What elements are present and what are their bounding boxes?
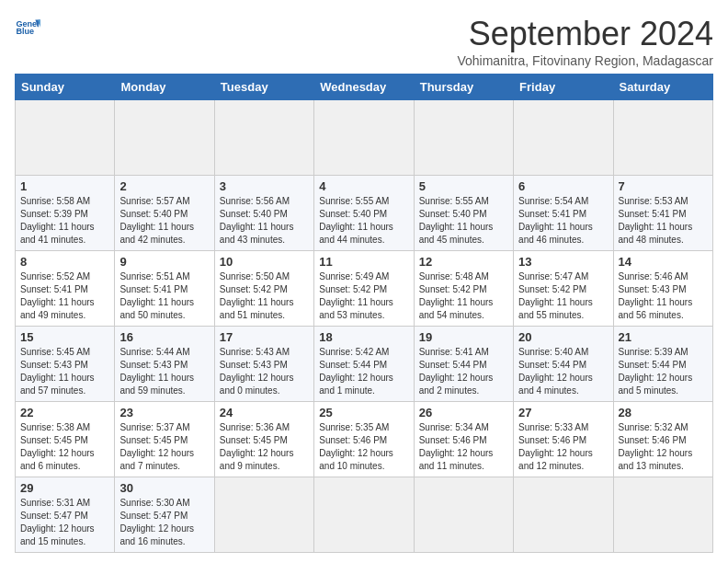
weekday-header-row: SundayMondayTuesdayWednesdayThursdayFrid… (16, 75, 713, 100)
calendar-week-3: 8Sunrise: 5:52 AMSunset: 5:41 PMDaylight… (16, 251, 713, 327)
day-number: 30 (119, 481, 209, 495)
calendar-cell (414, 477, 513, 553)
day-info: Sunrise: 5:58 AMSunset: 5:39 PMDaylight:… (20, 195, 109, 247)
day-number: 15 (20, 330, 109, 344)
calendar-cell: 27Sunrise: 5:33 AMSunset: 5:46 PMDayligh… (514, 402, 613, 477)
day-info: Sunrise: 5:38 AMSunset: 5:45 PMDaylight:… (20, 421, 109, 473)
calendar-cell: 23Sunrise: 5:37 AMSunset: 5:45 PMDayligh… (115, 402, 214, 477)
day-number: 8 (20, 255, 109, 269)
weekday-header-sunday: Sunday (16, 75, 115, 100)
day-info: Sunrise: 5:57 AMSunset: 5:40 PMDaylight:… (119, 195, 209, 247)
calendar-cell: 30Sunrise: 5:30 AMSunset: 5:47 PMDayligh… (115, 477, 214, 553)
calendar-week-6: 29Sunrise: 5:31 AMSunset: 5:47 PMDayligh… (16, 477, 713, 553)
calendar-cell: 22Sunrise: 5:38 AMSunset: 5:45 PMDayligh… (16, 402, 115, 477)
calendar-cell (613, 477, 712, 553)
day-number: 11 (319, 255, 408, 269)
calendar-cell: 26Sunrise: 5:34 AMSunset: 5:46 PMDayligh… (414, 402, 513, 477)
calendar-cell: 20Sunrise: 5:40 AMSunset: 5:44 PMDayligh… (514, 327, 613, 402)
calendar-cell: 14Sunrise: 5:46 AMSunset: 5:43 PMDayligh… (613, 251, 712, 327)
svg-text:Blue: Blue (16, 27, 34, 36)
day-number: 9 (119, 255, 209, 269)
day-info: Sunrise: 5:43 AMSunset: 5:43 PMDaylight:… (220, 346, 309, 397)
calendar-cell: 25Sunrise: 5:35 AMSunset: 5:46 PMDayligh… (314, 402, 414, 477)
weekday-header-saturday: Saturday (613, 75, 712, 100)
day-number: 20 (518, 330, 608, 344)
calendar-cell: 17Sunrise: 5:43 AMSunset: 5:43 PMDayligh… (214, 327, 313, 402)
calendar-cell: 19Sunrise: 5:41 AMSunset: 5:44 PMDayligh… (414, 327, 513, 402)
calendar-cell: 3Sunrise: 5:56 AMSunset: 5:40 PMDaylight… (214, 176, 313, 251)
day-info: Sunrise: 5:46 AMSunset: 5:43 PMDaylight:… (619, 270, 708, 322)
calendar-cell: 5Sunrise: 5:55 AMSunset: 5:40 PMDaylight… (414, 176, 513, 251)
day-info: Sunrise: 5:48 AMSunset: 5:42 PMDaylight:… (419, 270, 508, 322)
day-info: Sunrise: 5:33 AMSunset: 5:46 PMDaylight:… (518, 421, 608, 473)
day-info: Sunrise: 5:44 AMSunset: 5:43 PMDaylight:… (119, 346, 209, 397)
calendar-cell: 1Sunrise: 5:58 AMSunset: 5:39 PMDaylight… (16, 176, 115, 251)
page-header: General Blue September 2024 Vohimanitra,… (15, 15, 713, 68)
calendar-cell: 28Sunrise: 5:32 AMSunset: 5:46 PMDayligh… (613, 402, 712, 477)
day-info: Sunrise: 5:31 AMSunset: 5:47 PMDaylight:… (20, 497, 109, 548)
day-number: 29 (20, 481, 109, 495)
calendar-week-1 (16, 100, 713, 176)
calendar-cell (514, 100, 613, 176)
calendar-cell: 29Sunrise: 5:31 AMSunset: 5:47 PMDayligh… (16, 477, 115, 553)
day-info: Sunrise: 5:39 AMSunset: 5:44 PMDaylight:… (619, 346, 708, 397)
calendar-cell: 15Sunrise: 5:45 AMSunset: 5:43 PMDayligh… (16, 327, 115, 402)
calendar-cell: 13Sunrise: 5:47 AMSunset: 5:42 PMDayligh… (514, 251, 613, 327)
calendar-cell: 9Sunrise: 5:51 AMSunset: 5:41 PMDaylight… (115, 251, 214, 327)
day-info: Sunrise: 5:41 AMSunset: 5:44 PMDaylight:… (419, 346, 508, 397)
day-number: 12 (419, 255, 508, 269)
day-info: Sunrise: 5:56 AMSunset: 5:40 PMDaylight:… (220, 195, 309, 247)
weekday-header-wednesday: Wednesday (314, 75, 414, 100)
day-info: Sunrise: 5:54 AMSunset: 5:41 PMDaylight:… (518, 195, 608, 247)
day-info: Sunrise: 5:51 AMSunset: 5:41 PMDaylight:… (119, 270, 209, 322)
calendar-cell (214, 100, 313, 176)
day-info: Sunrise: 5:47 AMSunset: 5:42 PMDaylight:… (518, 270, 608, 322)
calendar-cell: 12Sunrise: 5:48 AMSunset: 5:42 PMDayligh… (414, 251, 513, 327)
day-info: Sunrise: 5:36 AMSunset: 5:45 PMDaylight:… (220, 421, 309, 473)
day-number: 3 (220, 179, 309, 193)
day-number: 10 (220, 255, 309, 269)
calendar-table: SundayMondayTuesdayWednesdayThursdayFrid… (15, 74, 713, 553)
day-number: 28 (619, 406, 708, 419)
day-number: 27 (518, 406, 608, 419)
day-number: 1 (20, 179, 109, 193)
day-number: 2 (119, 179, 209, 193)
title-section: September 2024 Vohimanitra, Fitovinany R… (457, 15, 713, 68)
weekday-header-friday: Friday (514, 75, 613, 100)
day-info: Sunrise: 5:35 AMSunset: 5:46 PMDaylight:… (319, 421, 408, 473)
calendar-cell (16, 100, 115, 176)
day-info: Sunrise: 5:52 AMSunset: 5:41 PMDaylight:… (20, 270, 109, 322)
calendar-cell: 10Sunrise: 5:50 AMSunset: 5:42 PMDayligh… (214, 251, 313, 327)
day-number: 26 (419, 406, 508, 419)
day-number: 19 (419, 330, 508, 344)
day-number: 23 (119, 406, 209, 419)
day-number: 6 (518, 179, 608, 193)
calendar-cell (214, 477, 313, 553)
day-info: Sunrise: 5:45 AMSunset: 5:43 PMDaylight:… (20, 346, 109, 397)
day-number: 22 (20, 406, 109, 419)
calendar-cell: 4Sunrise: 5:55 AMSunset: 5:40 PMDaylight… (314, 176, 414, 251)
calendar-cell (613, 100, 712, 176)
calendar-cell: 7Sunrise: 5:53 AMSunset: 5:41 PMDaylight… (613, 176, 712, 251)
day-number: 25 (319, 406, 408, 419)
location-subtitle: Vohimanitra, Fitovinany Region, Madagasc… (457, 53, 713, 68)
day-info: Sunrise: 5:55 AMSunset: 5:40 PMDaylight:… (419, 195, 508, 247)
day-number: 4 (319, 179, 408, 193)
calendar-cell: 2Sunrise: 5:57 AMSunset: 5:40 PMDaylight… (115, 176, 214, 251)
day-number: 18 (319, 330, 408, 344)
calendar-cell (414, 100, 513, 176)
calendar-cell: 21Sunrise: 5:39 AMSunset: 5:44 PMDayligh… (613, 327, 712, 402)
day-info: Sunrise: 5:55 AMSunset: 5:40 PMDaylight:… (319, 195, 408, 247)
day-info: Sunrise: 5:49 AMSunset: 5:42 PMDaylight:… (319, 270, 408, 322)
day-number: 14 (619, 255, 708, 269)
calendar-week-4: 15Sunrise: 5:45 AMSunset: 5:43 PMDayligh… (16, 327, 713, 402)
calendar-cell: 8Sunrise: 5:52 AMSunset: 5:41 PMDaylight… (16, 251, 115, 327)
day-number: 24 (220, 406, 309, 419)
day-number: 13 (518, 255, 608, 269)
calendar-week-5: 22Sunrise: 5:38 AMSunset: 5:45 PMDayligh… (16, 402, 713, 477)
day-info: Sunrise: 5:32 AMSunset: 5:46 PMDaylight:… (619, 421, 708, 473)
day-number: 21 (619, 330, 708, 344)
logo-icon: General Blue (15, 15, 40, 40)
day-number: 17 (220, 330, 309, 344)
day-info: Sunrise: 5:42 AMSunset: 5:44 PMDaylight:… (319, 346, 408, 397)
